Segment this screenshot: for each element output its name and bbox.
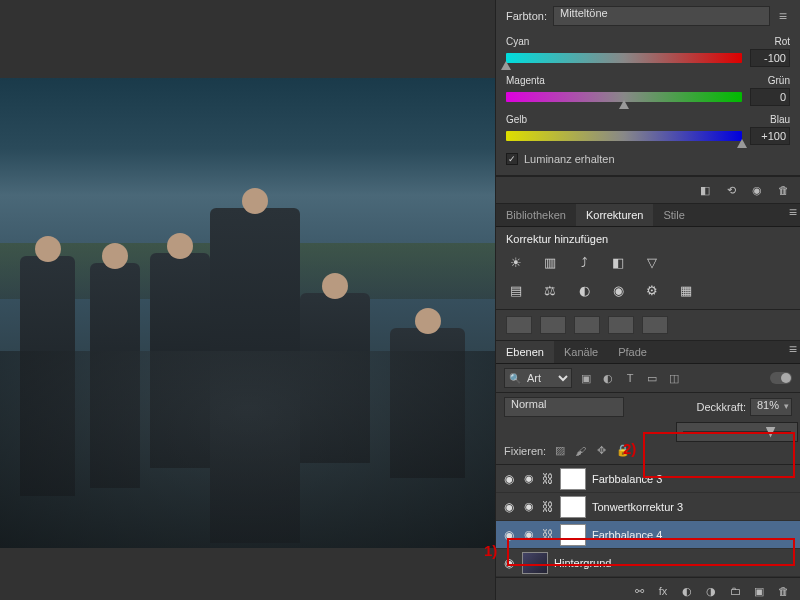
opacity-value[interactable]: 81%: [750, 398, 792, 416]
brightness-contrast-icon[interactable]: ☀: [506, 253, 526, 271]
link-layers-icon[interactable]: ⚯: [630, 582, 648, 600]
layer-row[interactable]: ◉ ◉ ⛓ Tonwertkorrektur 3: [496, 493, 800, 521]
adjustments-body: Korrektur hinzufügen ☀ ▥ ⤴ ◧ ▽ ▤ ⚖ ◐ ◉ ⚙…: [496, 227, 800, 310]
layers-panel: Ebenen Kanäle Pfade ≡ 🔍 Art ▣ ◐ T ▭ ◫: [496, 341, 800, 600]
slider-right-label: Blau: [770, 114, 790, 125]
link-icon[interactable]: ⛓: [542, 472, 554, 486]
color-balance-panel: Farbton: Mitteltöne ≡ Cyan Rot Magenta G…: [496, 0, 800, 176]
layer-name[interactable]: Farbbalance 3: [592, 473, 662, 485]
filter-adjustment-icon[interactable]: ◐: [600, 370, 616, 386]
filter-smart-icon[interactable]: ◫: [666, 370, 682, 386]
preset-thumb[interactable]: [506, 316, 532, 334]
bw-icon[interactable]: ◐: [574, 281, 594, 299]
panel-menu-icon[interactable]: ≡: [786, 341, 800, 363]
color-lookup-icon[interactable]: ▦: [676, 281, 696, 299]
layer-name[interactable]: Hintergrund: [554, 557, 611, 569]
layers-list: ◉ ◉ ⛓ Farbbalance 3 ◉ ◉ ⛓ Tonwertkorrekt…: [496, 465, 800, 577]
preset-thumb[interactable]: [540, 316, 566, 334]
preset-thumb[interactable]: [608, 316, 634, 334]
visibility-icon[interactable]: ◉: [748, 181, 766, 199]
slider-left-label: Cyan: [506, 36, 529, 47]
mask-icon[interactable]: ◐: [678, 582, 696, 600]
layer-row[interactable]: ◉ Hintergrund: [496, 549, 800, 577]
layers-footer: ⚯ fx ◐ ◑ 🗀 ▣ 🗑: [496, 577, 800, 600]
tone-select[interactable]: Mitteltöne: [553, 6, 770, 26]
tab-bibliotheken[interactable]: Bibliotheken: [496, 204, 576, 226]
layer-name[interactable]: Tonwertkorrektur 3: [592, 501, 683, 513]
search-icon: 🔍: [509, 373, 521, 384]
slider-right-label: Rot: [774, 36, 790, 47]
document-photo[interactable]: [0, 78, 495, 548]
yellow-blue-slider[interactable]: [506, 131, 742, 141]
fx-icon[interactable]: fx: [654, 582, 672, 600]
layer-row[interactable]: ◉ ◉ ⛓ Farbbalance 3: [496, 465, 800, 493]
panel-menu-icon[interactable]: ≡: [776, 8, 790, 24]
levels-icon[interactable]: ▥: [540, 253, 560, 271]
layer-thumb[interactable]: [560, 468, 586, 490]
tab-korrekturen[interactable]: Korrekturen: [576, 204, 653, 226]
blend-mode-select[interactable]: Normal: [504, 397, 624, 417]
trash-icon[interactable]: 🗑: [774, 181, 792, 199]
adjustment-presets: [496, 310, 800, 341]
canvas-area: [0, 0, 495, 600]
adjustment-layer-icon[interactable]: ◑: [702, 582, 720, 600]
filter-type-icon[interactable]: T: [622, 370, 638, 386]
link-icon[interactable]: ⛓: [542, 528, 554, 542]
clip-to-layer-icon[interactable]: ◧: [696, 181, 714, 199]
adjustments-tabs: Bibliotheken Korrekturen Stile ≡: [496, 204, 800, 227]
link-icon[interactable]: ⛓: [542, 500, 554, 514]
layer-thumb[interactable]: [560, 524, 586, 546]
opacity-label: Deckkraft:: [696, 401, 746, 413]
yellow-blue-value[interactable]: [750, 127, 790, 145]
reset-icon[interactable]: ⟲: [722, 181, 740, 199]
curves-icon[interactable]: ⤴: [574, 253, 594, 271]
color-balance-icon[interactable]: ⚖: [540, 281, 560, 299]
filter-shape-icon[interactable]: ▭: [644, 370, 660, 386]
preserve-luminance-checkbox[interactable]: ✓: [506, 153, 518, 165]
visibility-toggle-icon[interactable]: ◉: [502, 556, 516, 570]
lock-label: Fixieren:: [504, 445, 546, 457]
filter-toggle[interactable]: [770, 372, 792, 384]
preset-thumb[interactable]: [574, 316, 600, 334]
photo-filter-icon[interactable]: ◉: [608, 281, 628, 299]
layer-thumb[interactable]: [522, 552, 548, 574]
lock-transparency-icon[interactable]: ▨: [552, 443, 567, 458]
slider-left-label: Magenta: [506, 75, 545, 86]
magenta-green-value[interactable]: [750, 88, 790, 106]
filter-pixel-icon[interactable]: ▣: [578, 370, 594, 386]
opacity-slider[interactable]: [676, 422, 798, 442]
visibility-toggle-icon[interactable]: ◉: [522, 472, 536, 485]
annotation-label-1: 1): [484, 542, 497, 559]
visibility-toggle-icon[interactable]: ◉: [522, 528, 536, 541]
visibility-toggle-icon[interactable]: ◉: [502, 528, 516, 542]
new-layer-icon[interactable]: ▣: [750, 582, 768, 600]
magenta-green-slider[interactable]: [506, 92, 742, 102]
tab-kanaele[interactable]: Kanäle: [554, 341, 608, 363]
preset-thumb[interactable]: [642, 316, 668, 334]
channel-mixer-icon[interactable]: ⚙: [642, 281, 662, 299]
preserve-luminance-label: Luminanz erhalten: [524, 153, 615, 165]
cyan-red-slider[interactable]: [506, 53, 742, 63]
exposure-icon[interactable]: ◧: [608, 253, 628, 271]
layer-row[interactable]: ◉ ◉ ⛓ Farbbalance 4: [496, 521, 800, 549]
hue-sat-icon[interactable]: ▤: [506, 281, 526, 299]
visibility-toggle-icon[interactable]: ◉: [502, 472, 516, 486]
tab-pfade[interactable]: Pfade: [608, 341, 657, 363]
lock-position-icon[interactable]: ✥: [594, 443, 609, 458]
vibrance-icon[interactable]: ▽: [642, 253, 662, 271]
slider-right-label: Grün: [768, 75, 790, 86]
trash-icon[interactable]: 🗑: [774, 582, 792, 600]
tab-ebenen[interactable]: Ebenen: [496, 341, 554, 363]
tone-label: Farbton:: [506, 10, 547, 22]
layer-thumb[interactable]: [560, 496, 586, 518]
visibility-toggle-icon[interactable]: ◉: [522, 500, 536, 513]
layer-name[interactable]: Farbbalance 4: [592, 529, 662, 541]
panel-menu-icon[interactable]: ≡: [786, 204, 800, 226]
tab-stile[interactable]: Stile: [653, 204, 694, 226]
group-icon[interactable]: 🗀: [726, 582, 744, 600]
lock-pixels-icon[interactable]: 🖌: [573, 443, 588, 458]
cyan-red-value[interactable]: [750, 49, 790, 67]
visibility-toggle-icon[interactable]: ◉: [502, 500, 516, 514]
adjustments-heading: Korrektur hinzufügen: [506, 233, 790, 245]
properties-footer: ◧ ⟲ ◉ 🗑: [496, 176, 800, 204]
